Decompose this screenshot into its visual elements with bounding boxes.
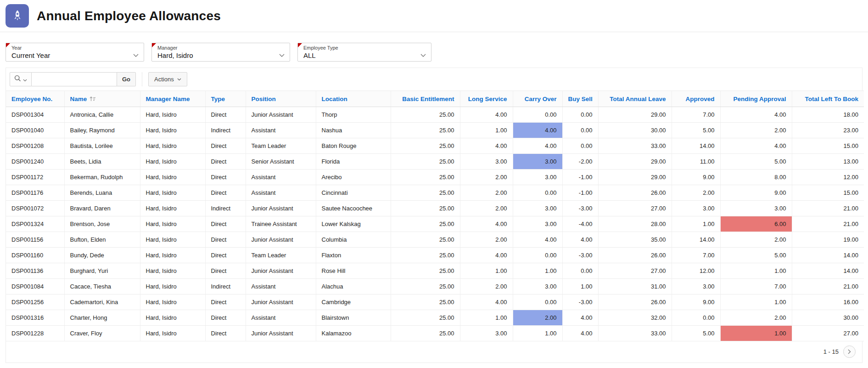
cell-buy_sell: 4.00 — [562, 310, 598, 326]
column-header-basic[interactable]: Basic Entitlement — [391, 91, 460, 107]
cell-manager: Hard, Isidro — [140, 232, 205, 248]
cell-type: Direct — [205, 170, 246, 185]
search-input[interactable] — [32, 72, 117, 86]
cell-approved: 0.00 — [672, 310, 720, 326]
cell-position: Assistant — [246, 279, 316, 294]
cell-emp_no: DSP001304 — [6, 107, 64, 123]
app-header: Annual Employee Allowances — [0, 0, 868, 32]
cell-basic: 25.00 — [391, 294, 460, 310]
table-row: DSP001256Cademartori, KinaHard, IsidroDi… — [6, 294, 864, 310]
cell-pending: 8.00 — [720, 170, 792, 185]
cell-type: Direct — [205, 154, 246, 170]
cell-total_left: 15.00 — [792, 185, 864, 201]
column-header-manager[interactable]: Manager Name — [140, 91, 205, 107]
cell-type: Direct — [205, 185, 246, 201]
cell-name: Burghard, Yuri — [64, 263, 140, 279]
cell-total_annual: 32.00 — [598, 310, 672, 326]
cell-name: Berends, Luana — [64, 185, 140, 201]
cell-type: Indirect — [205, 279, 246, 294]
cell-long_service: 4.00 — [460, 107, 513, 123]
report-region: Go Actions Employee No.NameManager NameT… — [6, 68, 862, 363]
cell-name: Bundy, Dede — [64, 248, 140, 263]
cell-pending: 5.00 — [720, 248, 792, 263]
cell-approved: 5.00 — [672, 326, 720, 341]
cell-carry_over: 0.00 — [513, 294, 562, 310]
column-header-pending[interactable]: Pending Approval — [720, 91, 792, 107]
cell-manager: Hard, Isidro — [140, 326, 205, 341]
cell-total_annual: 31.00 — [598, 279, 672, 294]
column-header-long_service[interactable]: Long Service — [460, 91, 513, 107]
cell-total_left: 14.00 — [792, 263, 864, 279]
cell-name: Bautista, Lorilee — [64, 138, 140, 154]
manager-select[interactable]: Manager Hard, Isidro — [151, 43, 290, 62]
cell-manager: Hard, Isidro — [140, 248, 205, 263]
column-header-emp_no[interactable]: Employee No. — [6, 91, 64, 107]
cell-manager: Hard, Isidro — [140, 185, 205, 201]
cell-location: Kalamazoo — [316, 326, 391, 341]
cell-basic: 25.00 — [391, 107, 460, 123]
cell-pending: 3.00 — [720, 201, 792, 216]
chevron-down-icon — [133, 51, 139, 59]
cell-total_annual: 28.00 — [598, 216, 672, 232]
cell-basic: 25.00 — [391, 232, 460, 248]
cell-buy_sell: 0.00 — [562, 138, 598, 154]
cell-long_service: 3.00 — [460, 154, 513, 170]
filters-bar: Year Current Year Manager Hard, Isidro E… — [0, 32, 868, 68]
cell-total_annual: 29.00 — [598, 170, 672, 185]
cell-emp_no: DSP001072 — [6, 201, 64, 216]
column-header-position[interactable]: Position — [246, 91, 316, 107]
cell-long_service: 2.00 — [460, 185, 513, 201]
column-header-total_left[interactable]: Total Left To Book — [792, 91, 864, 107]
employee-type-select[interactable]: Employee Type ALL — [297, 43, 431, 62]
column-header-location[interactable]: Location — [316, 91, 391, 107]
cell-basic: 25.00 — [391, 185, 460, 201]
cell-buy_sell: -3.00 — [562, 201, 598, 216]
cell-name: Beets, Lidia — [64, 154, 140, 170]
column-header-name[interactable]: Name — [64, 91, 140, 107]
next-page-button[interactable] — [843, 345, 856, 358]
actions-menu-button[interactable]: Actions — [148, 72, 187, 86]
cell-manager: Hard, Isidro — [140, 107, 205, 123]
cell-approved: 2.00 — [672, 185, 720, 201]
cell-position: Team Leader — [246, 138, 316, 154]
column-header-total_annual[interactable]: Total Annual Leave — [598, 91, 672, 107]
cell-buy_sell: 0.00 — [562, 123, 598, 138]
filter-label: Employee Type — [303, 45, 417, 51]
go-button[interactable]: Go — [117, 72, 136, 86]
cell-emp_no: DSP001156 — [6, 232, 64, 248]
cell-pending: 5.00 — [720, 154, 792, 170]
cell-location: Lower Kalskag — [316, 216, 391, 232]
cell-carry_over: 1.00 — [513, 326, 562, 341]
cell-location: Columbia — [316, 232, 391, 248]
cell-carry_over: 3.00 — [513, 154, 562, 170]
cell-carry_over: 4.00 — [513, 232, 562, 248]
cell-basic: 25.00 — [391, 138, 460, 154]
cell-name: Bekerman, Rudolph — [64, 170, 140, 185]
cell-name: Cademartori, Kina — [64, 294, 140, 310]
cell-type: Direct — [205, 326, 246, 341]
table-row: DSP001156Bufton, EldenHard, IsidroDirect… — [6, 232, 864, 248]
cell-buy_sell: 4.00 — [562, 326, 598, 341]
cell-buy_sell: -3.00 — [562, 294, 598, 310]
search-options-button[interactable] — [10, 72, 32, 86]
column-header-buy_sell[interactable]: Buy Sell — [562, 91, 598, 107]
cell-emp_no: DSP001240 — [6, 154, 64, 170]
column-header-type[interactable]: Type — [205, 91, 246, 107]
cell-total_left: 21.00 — [792, 216, 864, 232]
year-select[interactable]: Year Current Year — [6, 43, 144, 62]
chevron-down-icon — [177, 78, 181, 81]
cell-name: Bufton, Elden — [64, 232, 140, 248]
allowances-table: Employee No.NameManager NameTypePosition… — [6, 91, 864, 341]
column-header-carry_over[interactable]: Carry Over — [513, 91, 562, 107]
cell-basic: 25.00 — [391, 310, 460, 326]
cell-long_service: 1.00 — [460, 123, 513, 138]
chevron-down-icon — [23, 75, 27, 84]
cell-carry_over: 3.00 — [513, 201, 562, 216]
cell-long_service: 4.00 — [460, 216, 513, 232]
cell-basic: 25.00 — [391, 279, 460, 294]
column-header-approved[interactable]: Approved — [672, 91, 720, 107]
cell-total_annual: 30.00 — [598, 123, 672, 138]
table-row: DSP001316Charter, HongHard, IsidroDirect… — [6, 310, 864, 326]
cell-total_left: 23.00 — [792, 123, 864, 138]
cell-basic: 25.00 — [391, 248, 460, 263]
